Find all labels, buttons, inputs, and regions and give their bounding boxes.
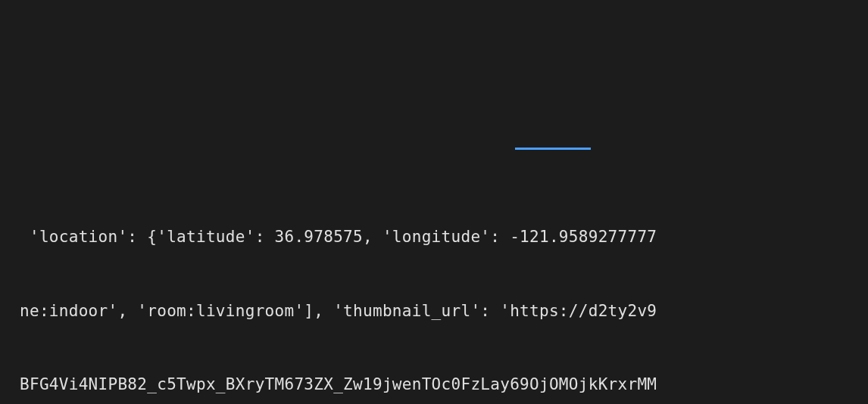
terminal-line: BFG4Vi4NIPB82_c5Twpx_BXryTM673ZX_Zw19jwe… — [20, 372, 868, 397]
tab-active-indicator — [515, 148, 591, 150]
terminal-output[interactable]: 'location': {'latitude': 36.978575, 'lon… — [0, 148, 868, 404]
terminal-line: 'location': {'latitude': 36.978575, 'lon… — [20, 225, 868, 250]
terminal-line: ne:indoor', 'room:livingroom'], 'thumbna… — [20, 299, 868, 324]
